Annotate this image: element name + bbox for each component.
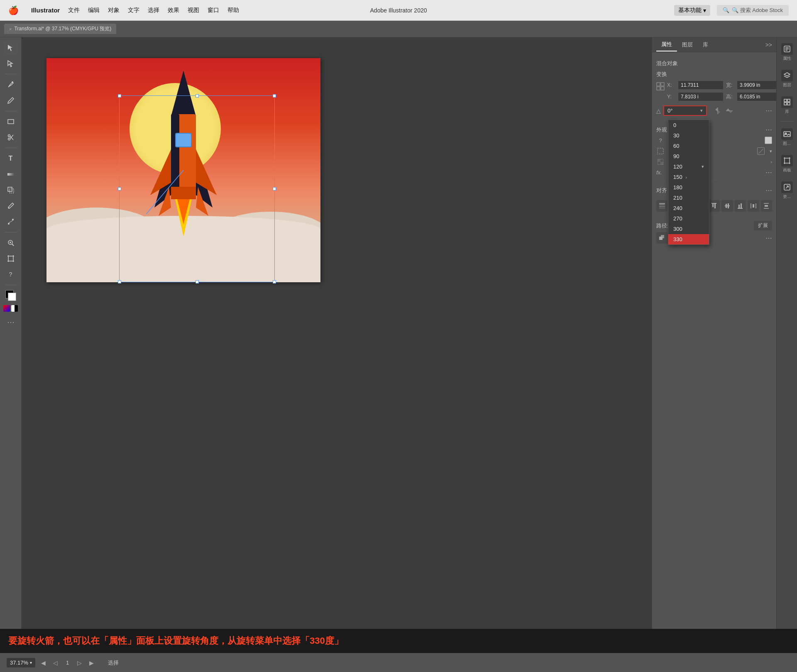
far-library[interactable]: 库 [780, 94, 795, 117]
scissors-tool[interactable] [4, 130, 18, 144]
far-image[interactable]: 图... [780, 126, 795, 149]
tab-layers[interactable]: 图层 [677, 39, 698, 51]
menu-edit[interactable]: 编辑 [88, 7, 100, 14]
stock-search[interactable]: 🔍 🔍 搜索 Adobe Stock [717, 5, 789, 16]
nav-next[interactable]: ▷ [76, 659, 83, 667]
selection-tool[interactable] [4, 41, 18, 55]
w-input[interactable] [737, 81, 776, 90]
rectangle-tool[interactable] [4, 115, 18, 129]
stroke-swatch[interactable] [757, 147, 765, 155]
pen-tool[interactable] [4, 78, 18, 92]
apple-menu[interactable]: 🍎 [8, 5, 19, 15]
menu-window[interactable]: 窗口 [208, 7, 219, 14]
blend-tool[interactable] [4, 215, 18, 229]
angle-option-120[interactable]: 120 ▾ [668, 161, 709, 172]
fx-more[interactable]: ⋯ [765, 169, 772, 176]
transform-more[interactable]: ⋯ [765, 107, 772, 115]
svg-rect-70 [726, 204, 727, 208]
menu-effect[interactable]: 效果 [168, 7, 179, 14]
h-input[interactable] [737, 92, 776, 101]
svg-marker-25 [171, 71, 196, 116]
expand-button[interactable]: 扩展 [754, 221, 772, 230]
far-export[interactable]: 资... [780, 179, 795, 202]
document-tab[interactable]: × Transform.ai* @ 37.17% (CMYK/GPU 预览) [4, 24, 116, 34]
opacity-expand[interactable]: › [770, 159, 772, 164]
artboard-tool[interactable] [4, 252, 18, 266]
color-selector[interactable] [4, 288, 18, 303]
zoom-tool[interactable] [4, 236, 18, 250]
menu-object[interactable]: 对象 [108, 7, 120, 14]
gradient-tool[interactable] [4, 167, 18, 181]
angle-option-60[interactable]: 60 [668, 141, 709, 151]
far-layers[interactable]: 图层 [780, 67, 795, 90]
svg-marker-46 [718, 110, 720, 114]
direct-selection-tool[interactable] [4, 56, 18, 71]
menu-file[interactable]: 文件 [68, 7, 80, 14]
panel-expand-icon[interactable]: >> [765, 42, 772, 48]
type-tool[interactable]: T [4, 152, 18, 166]
transform-tool[interactable] [4, 183, 18, 197]
pathfinder-more[interactable]: ⋯ [765, 234, 772, 242]
pf-unite[interactable] [656, 232, 668, 244]
nav-first[interactable]: ◀ [39, 659, 47, 667]
x-input[interactable] [678, 81, 724, 90]
zoom-selector[interactable]: 37.17% ▾ [7, 658, 35, 667]
tab-close-icon[interactable]: × [9, 27, 12, 32]
angle-option-90[interactable]: 90 [668, 151, 709, 161]
fill-swatch[interactable] [765, 137, 772, 144]
align-center-v[interactable] [721, 200, 733, 212]
appearance-more[interactable]: ⋯ [765, 126, 772, 134]
angle-option-300[interactable]: 300 [668, 224, 709, 234]
tool-separator-4 [5, 232, 17, 232]
transform-section: X: 宽: Y: 高: 🔗 [656, 81, 772, 116]
align-bottom[interactable] [735, 200, 746, 212]
angle-option-30[interactable]: 30 [668, 130, 709, 141]
question-tool[interactable]: ? [4, 267, 18, 281]
y-input[interactable] [678, 92, 724, 101]
align-distribute-h[interactable] [748, 200, 759, 212]
stroke-dropdown[interactable]: ▾ [770, 149, 772, 154]
far-artboard-label: 画板 [783, 167, 791, 173]
svg-rect-54 [659, 203, 665, 205]
tab-properties[interactable]: 属性 [656, 38, 677, 51]
workspace-selector[interactable]: 基本功能 ▾ [674, 5, 710, 16]
far-export-icon [781, 181, 793, 193]
angle-select[interactable]: 0° ▾ [663, 105, 707, 116]
angle-option-0[interactable]: 0 [668, 120, 709, 130]
workspace-label: 基本功能 [678, 7, 702, 14]
pencil-tool[interactable] [4, 93, 18, 108]
transform-grid-icon[interactable] [656, 81, 665, 92]
svg-marker-48 [726, 108, 730, 111]
flip-h-icon[interactable] [713, 106, 723, 116]
far-properties[interactable]: 属性 [780, 41, 795, 64]
app-name[interactable]: Illustrator [31, 7, 60, 14]
menu-help[interactable]: 帮助 [227, 7, 239, 14]
more-tools[interactable]: ⋯ [4, 315, 18, 329]
color-wheel[interactable] [3, 305, 10, 312]
canvas-area[interactable] [22, 37, 652, 653]
nav-prev[interactable]: ◁ [51, 659, 59, 667]
angle-option-270[interactable]: 270 [668, 213, 709, 224]
angle-option-330[interactable]: 330 [668, 234, 709, 244]
tab-library[interactable]: 库 [698, 39, 713, 51]
svg-rect-68 [714, 204, 716, 208]
eyedropper-tool[interactable] [4, 199, 18, 213]
align-grid-icon[interactable] [656, 200, 667, 212]
nav-last[interactable]: ▶ [88, 659, 95, 667]
angle-option-150[interactable]: 150 › [668, 172, 709, 182]
transform-title: 变换 [656, 71, 772, 78]
menu-select[interactable]: 选择 [148, 7, 159, 14]
none-color[interactable] [11, 305, 18, 312]
angle-option-180[interactable]: 180 [668, 182, 709, 193]
menu-text[interactable]: 文字 [128, 7, 139, 14]
align-more[interactable]: ⋯ [765, 186, 772, 194]
align-distribute-v[interactable] [761, 200, 772, 212]
menu-view[interactable]: 视图 [188, 7, 199, 14]
angle-option-240[interactable]: 240 [668, 203, 709, 213]
flip-v-icon[interactable] [724, 106, 734, 116]
fx-label[interactable]: fx. [656, 169, 662, 176]
svg-rect-73 [738, 205, 740, 208]
far-artboard[interactable]: 画板 [780, 152, 795, 176]
angle-option-210[interactable]: 210 [668, 193, 709, 203]
align-top[interactable] [709, 200, 720, 212]
